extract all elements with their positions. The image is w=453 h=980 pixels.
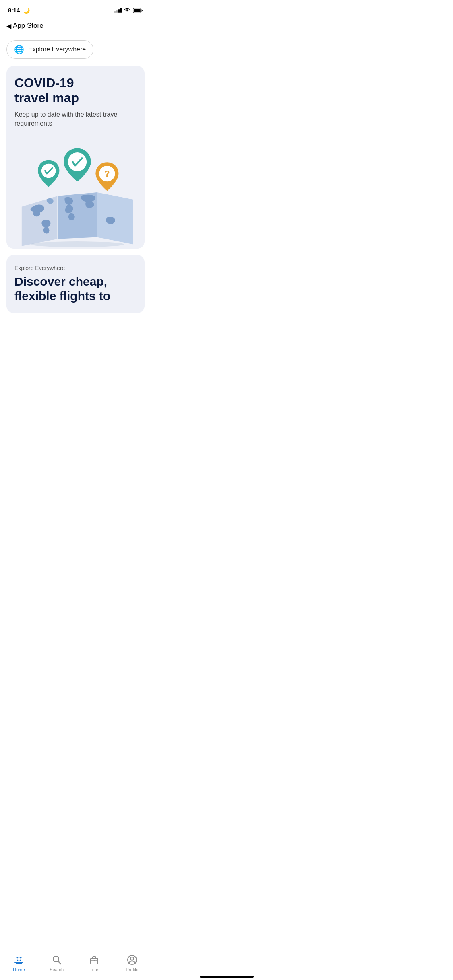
main-content: 🌐 Explore Everywhere COVID-19travel map … (0, 35, 151, 352)
status-bar: 8:14 🌙 (0, 0, 151, 18)
covid-card-subtitle: Keep up to date with the latest travel r… (14, 110, 137, 128)
svg-marker-2 (22, 196, 58, 246)
svg-point-7 (31, 241, 124, 247)
svg-marker-4 (97, 192, 133, 244)
status-time: 8:14 (8, 7, 20, 14)
map-illustration: ? (14, 136, 137, 249)
explore-card-title: Discover cheap,flexible flights to (14, 274, 137, 303)
battery-icon (133, 8, 143, 13)
back-button[interactable]: ◀ App Store (6, 22, 43, 30)
explore-card[interactable]: Explore Everywhere Discover cheap,flexib… (6, 255, 145, 313)
covid-card[interactable]: COVID-19travel map Keep up to date with … (6, 66, 145, 249)
svg-text:?: ? (104, 169, 110, 179)
explore-card-label: Explore Everywhere (14, 265, 137, 271)
signal-icon (114, 8, 122, 13)
pill-label: Explore Everywhere (28, 46, 86, 53)
svg-point-9 (68, 152, 87, 171)
globe-icon: 🌐 (14, 45, 24, 54)
wifi-icon (124, 7, 130, 14)
nav-back-label: App Store (13, 22, 43, 30)
covid-card-title: COVID-19travel map (14, 76, 137, 105)
back-arrow-icon: ◀ (6, 22, 11, 30)
status-icons (114, 7, 143, 14)
status-time-area: 8:14 🌙 (8, 7, 30, 14)
moon-icon: 🌙 (23, 7, 30, 14)
explore-everywhere-pill[interactable]: 🌐 Explore Everywhere (6, 40, 93, 59)
svg-rect-1 (134, 9, 141, 12)
navigation-bar: ◀ App Store (0, 18, 151, 35)
